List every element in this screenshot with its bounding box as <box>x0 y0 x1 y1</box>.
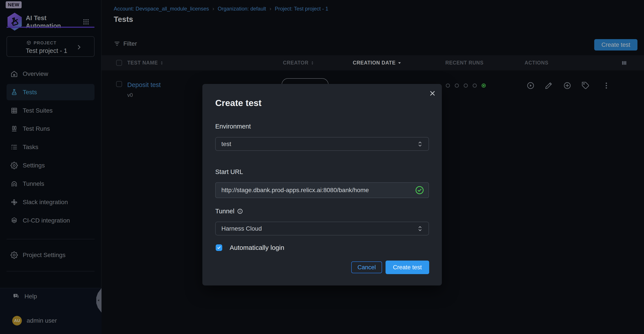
start-url-value: http://stage.dbank.prod-apps.relicx.ai:8… <box>221 187 415 194</box>
checkmark-icon <box>217 245 221 250</box>
auto-login-row: Automatically login <box>216 244 284 251</box>
tunnel-label-text: Tunnel <box>215 208 234 215</box>
start-url-label: Start URL <box>215 168 243 176</box>
modal-title: Create test <box>215 98 262 108</box>
app-root: NEW AI Test Automation PROJECT Test proj… <box>0 0 644 334</box>
select-chevrons-icon <box>417 225 423 232</box>
url-valid-check-icon <box>415 186 424 195</box>
environment-label: Environment <box>215 123 251 130</box>
auto-login-checkbox[interactable] <box>216 244 222 251</box>
environment-select[interactable]: test <box>215 137 429 151</box>
select-chevrons-icon <box>417 140 423 148</box>
cancel-button[interactable]: Cancel <box>351 261 382 273</box>
tunnel-label: Tunnel <box>215 208 243 215</box>
modal-create-test-button[interactable]: Create test <box>386 261 429 274</box>
info-icon[interactable] <box>237 208 243 214</box>
create-test-modal: Create test Environment test Start URL h… <box>202 84 442 285</box>
tunnel-value: Harness Cloud <box>221 225 417 232</box>
close-icon[interactable] <box>429 90 436 97</box>
environment-value: test <box>221 140 417 147</box>
start-url-input[interactable]: http://stage.dbank.prod-apps.relicx.ai:8… <box>215 182 429 198</box>
auto-login-label: Automatically login <box>230 244 284 251</box>
tunnel-select[interactable]: Harness Cloud <box>215 222 429 235</box>
